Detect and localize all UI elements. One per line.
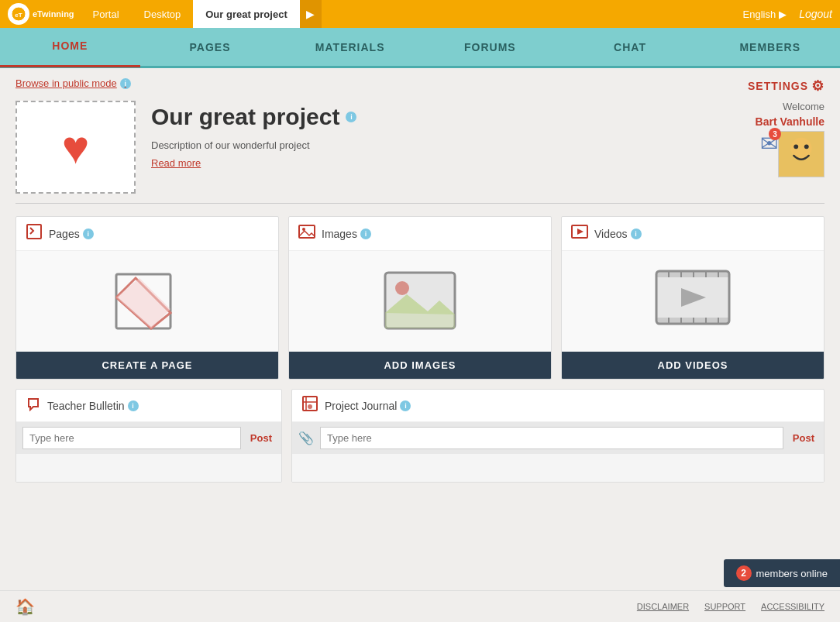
accessibility-link[interactable]: ACCESSIBILITY — [761, 602, 825, 611]
pages-widget-title: Pages i — [49, 228, 94, 240]
avatar — [778, 131, 825, 177]
members-online-badge: 2 members online — [724, 559, 841, 587]
nav-forums[interactable]: FORUMS — [420, 27, 560, 67]
logo-circle: eT — [8, 3, 29, 25]
message-icon-wrap[interactable]: ✉ 3 — [760, 131, 778, 156]
pages-widget-header: Pages i — [16, 217, 278, 251]
svg-point-13 — [395, 281, 409, 295]
images-widget-body — [289, 251, 551, 352]
journal-input-row: 📎 Post — [292, 422, 824, 454]
nav-home[interactable]: HOME — [0, 27, 140, 67]
settings-button[interactable]: SETTINGS ⚙ — [748, 77, 825, 95]
pages-widget-body — [16, 251, 278, 352]
read-more-link[interactable]: Read more — [151, 157, 201, 169]
language-selector[interactable]: English ▶ — [743, 9, 787, 20]
videos-info-icon[interactable]: i — [631, 229, 642, 239]
content-area: Browse in public mode i SETTINGS ⚙ ♥ Our… — [0, 68, 840, 613]
logo-text: eTwinning — [33, 9, 74, 19]
pages-header-icon — [26, 223, 43, 244]
svg-point-4 — [794, 144, 798, 149]
topnav-desktop[interactable]: Desktop — [132, 0, 194, 28]
heart-icon: ♥ — [62, 121, 90, 174]
footer: 🏠 DISCLAIMER SUPPORT ACCESSIBILITY — [0, 590, 840, 622]
pages-info-icon[interactable]: i — [83, 229, 94, 239]
logo[interactable]: eT eTwinning — [8, 3, 74, 25]
bulletin-title: Teacher Bulletin i — [47, 400, 139, 412]
settings-label: SETTINGS — [748, 80, 808, 92]
journal-input[interactable] — [320, 427, 783, 449]
teacher-bulletin-widget: Teacher Bulletin i Post — [15, 389, 282, 483]
pages-title-text: Pages — [49, 228, 80, 240]
svg-point-34 — [308, 404, 312, 409]
journal-header: Project Journal i — [292, 390, 824, 422]
welcome-text: Welcome — [783, 101, 825, 112]
bulletin-info-icon[interactable]: i — [128, 400, 139, 411]
top-bar-right: English ▶ Logout — [743, 8, 832, 20]
journal-title: Project Journal i — [325, 400, 411, 412]
project-info-icon[interactable]: i — [346, 112, 356, 122]
videos-title-text: Videos — [594, 228, 628, 240]
images-widget-title: Images i — [322, 228, 371, 240]
main-nav: HOME PAGES MATERIALS FORUMS CHAT MEMBERS — [0, 28, 840, 68]
widgets-grid: Pages i CREATE A PAGE — [15, 216, 825, 380]
journal-post-button[interactable]: Post — [790, 432, 818, 444]
bulletin-input-row: Post — [16, 422, 281, 454]
journal-info-icon[interactable]: i — [400, 400, 411, 411]
gear-icon: ⚙ — [811, 77, 825, 95]
add-videos-button[interactable]: ADD VIDEOS — [562, 352, 824, 379]
videos-widget-body — [562, 251, 824, 352]
nav-chat[interactable]: CHAT — [560, 27, 701, 67]
journal-content-area — [292, 454, 824, 482]
images-title-text: Images — [322, 228, 357, 240]
disclaimer-link[interactable]: DISCLAIMER — [637, 602, 689, 611]
browse-info-icon[interactable]: i — [120, 78, 131, 89]
topnav-project[interactable]: Our great project — [193, 0, 299, 28]
svg-rect-9 — [299, 225, 315, 238]
images-header-icon — [298, 223, 315, 244]
bulletin-post-button[interactable]: Post — [247, 432, 275, 444]
bulletin-title-text: Teacher Bulletin — [47, 400, 125, 412]
add-images-button[interactable]: ADD IMAGES — [289, 352, 551, 379]
nav-pages[interactable]: PAGES — [140, 27, 281, 67]
project-image-box: ♥ — [15, 101, 136, 194]
videos-widget-title: Videos i — [594, 228, 642, 240]
svg-rect-6 — [27, 225, 41, 239]
project-header: ♥ Our great project i Description of our… — [15, 101, 825, 204]
nav-members[interactable]: MEMBERS — [700, 27, 840, 67]
home-icon[interactable]: 🏠 — [15, 597, 35, 616]
top-bar: eT eTwinning Portal Desktop Our great pr… — [0, 0, 840, 28]
svg-point-5 — [804, 144, 809, 149]
bulletin-header: Teacher Bulletin i — [16, 390, 281, 422]
top-row: Browse in public mode i SETTINGS ⚙ — [15, 77, 825, 95]
language-arrow: ▶ — [779, 9, 787, 20]
project-title-text: Our great project — [151, 104, 339, 130]
language-label: English — [743, 9, 776, 20]
browse-link-text: Browse in public mode — [15, 77, 117, 89]
bottom-widgets: Teacher Bulletin i Post — [15, 389, 825, 483]
paperclip-icon: 📎 — [298, 431, 314, 445]
pages-widget: Pages i CREATE A PAGE — [15, 216, 279, 380]
support-link[interactable]: SUPPORT — [704, 602, 745, 611]
images-info-icon[interactable]: i — [360, 229, 371, 239]
svg-text:eT: eT — [15, 12, 22, 19]
footer-links: DISCLAIMER SUPPORT ACCESSIBILITY — [637, 602, 825, 611]
welcome-name: Bart Vanhulle — [756, 115, 825, 128]
create-page-button[interactable]: CREATE A PAGE — [16, 352, 278, 379]
browse-public-link[interactable]: Browse in public mode i — [15, 77, 131, 89]
members-count: 2 — [736, 565, 752, 581]
bulletin-input[interactable] — [22, 427, 241, 449]
nav-materials[interactable]: MATERIALS — [280, 27, 420, 67]
project-arrow[interactable]: ▶ — [300, 0, 322, 28]
message-badge: 3 — [769, 128, 781, 140]
journal-icon — [301, 396, 318, 415]
bulletin-content-area — [16, 454, 281, 482]
images-widget: Images i ADD IMAGES — [288, 216, 552, 380]
journal-title-text: Project Journal — [325, 400, 397, 412]
members-online-label: members online — [756, 568, 828, 579]
images-widget-header: Images i — [289, 217, 551, 251]
topnav-portal[interactable]: Portal — [81, 0, 132, 28]
videos-header-icon — [571, 223, 588, 244]
project-journal-widget: Project Journal i 📎 Post — [291, 389, 825, 483]
project-description: Description of our wonderful project — [151, 139, 356, 151]
logout-button[interactable]: Logout — [799, 8, 832, 20]
